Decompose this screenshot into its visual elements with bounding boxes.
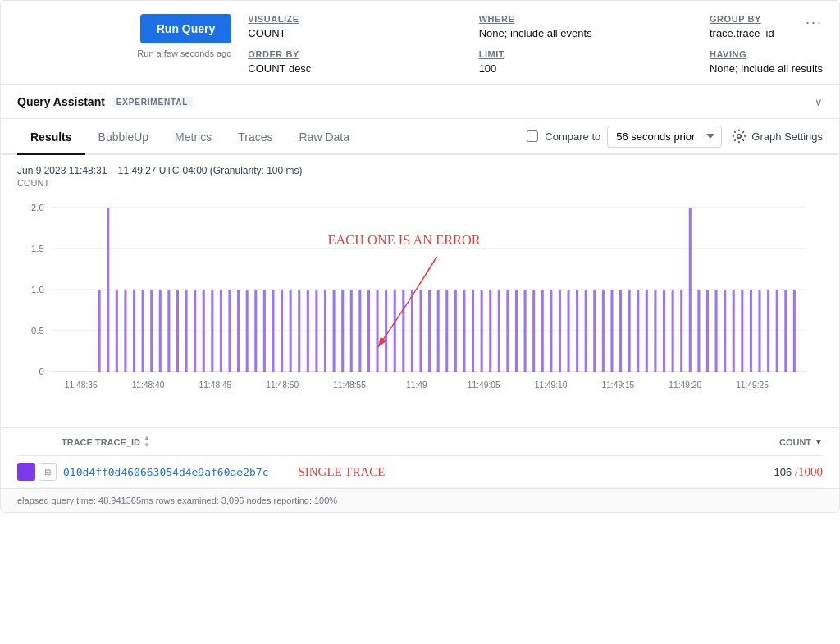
row-color-swatch[interactable] — [17, 463, 35, 481]
svg-rect-66 — [567, 290, 569, 372]
query-assistant-bar[interactable]: Query Assistant EXPERIMENTAL ∨ — [1, 85, 839, 119]
svg-rect-12 — [98, 290, 101, 372]
tab-bubbleup[interactable]: BubbleUp — [85, 119, 162, 155]
svg-rect-58 — [498, 290, 500, 372]
svg-rect-47 — [402, 290, 404, 372]
table-header: trace.trace_id ▲ ▼ COUNT ▼ — [17, 428, 823, 456]
svg-text:0.5: 0.5 — [31, 326, 44, 336]
svg-rect-21 — [176, 290, 179, 372]
svg-rect-34 — [290, 290, 292, 372]
three-dot-menu[interactable]: ··· — [806, 14, 823, 31]
svg-rect-28 — [237, 290, 240, 372]
svg-rect-65 — [559, 290, 561, 372]
visualize-value: COUNT — [248, 27, 462, 39]
svg-rect-80 — [689, 208, 692, 372]
svg-rect-45 — [385, 290, 387, 372]
count-number: 106 — [774, 466, 792, 478]
svg-text:0: 0 — [39, 367, 43, 377]
tab-results[interactable]: Results — [17, 119, 85, 155]
svg-text:11:48:50: 11:48:50 — [266, 381, 299, 390]
svg-rect-52 — [445, 290, 448, 372]
visualize-label: VISUALIZE — [248, 14, 462, 24]
svg-text:11:49:15: 11:49:15 — [602, 381, 635, 390]
svg-rect-69 — [593, 290, 596, 372]
compare-select[interactable]: 56 seconds prior 1 minute prior 5 minute… — [607, 126, 722, 148]
svg-rect-25 — [211, 290, 213, 372]
svg-point-0 — [737, 135, 742, 139]
svg-rect-14 — [116, 290, 118, 372]
row-details-button[interactable]: ⊞ — [39, 463, 57, 481]
svg-text:11:48:40: 11:48:40 — [132, 381, 165, 390]
svg-rect-17 — [142, 290, 144, 372]
svg-rect-33 — [281, 290, 283, 372]
chart-date-range: Jun 9 2023 11:48:31 – 11:49:27 UTC-04:00… — [17, 165, 823, 176]
svg-rect-71 — [610, 290, 613, 372]
svg-rect-48 — [411, 290, 413, 372]
limit-value: 100 — [479, 62, 693, 75]
svg-rect-18 — [150, 290, 153, 372]
svg-rect-70 — [602, 290, 605, 372]
chart-y-axis-label: COUNT — [17, 178, 823, 188]
svg-rect-78 — [672, 290, 674, 372]
svg-text:11:48:45: 11:48:45 — [199, 381, 232, 390]
svg-text:11:49: 11:49 — [406, 381, 427, 390]
svg-rect-16 — [133, 290, 135, 372]
chart-area: Jun 9 2023 11:48:31 – 11:49:27 UTC-04:00… — [1, 155, 839, 427]
svg-rect-84 — [724, 290, 726, 372]
table-row: ⊞ 010d4ff0d460663054d4e9af60ae2b7c SINGL… — [17, 456, 823, 488]
svg-rect-24 — [203, 290, 205, 372]
svg-rect-62 — [532, 290, 535, 372]
tab-traces[interactable]: Traces — [225, 119, 285, 155]
svg-rect-27 — [228, 290, 231, 372]
svg-rect-85 — [733, 290, 735, 372]
svg-rect-68 — [585, 290, 587, 372]
svg-rect-37 — [315, 290, 317, 372]
results-table: trace.trace_id ▲ ▼ COUNT ▼ ⊞ 010d4ff0d46… — [1, 427, 839, 488]
svg-rect-26 — [220, 290, 222, 372]
col-header-count[interactable]: COUNT ▼ — [757, 437, 823, 447]
svg-rect-82 — [706, 290, 709, 372]
svg-rect-54 — [463, 290, 465, 372]
svg-rect-31 — [263, 290, 266, 372]
gear-icon — [732, 129, 746, 144]
svg-rect-53 — [454, 290, 457, 372]
row-count-value: 106 /1000 — [757, 465, 823, 479]
svg-rect-91 — [784, 290, 787, 372]
svg-rect-79 — [680, 290, 682, 372]
svg-rect-42 — [358, 290, 361, 372]
svg-rect-77 — [663, 290, 665, 372]
svg-rect-57 — [489, 290, 491, 372]
count-annotation: /1000 — [795, 465, 823, 478]
col-header-count-label: COUNT — [779, 437, 811, 447]
svg-rect-23 — [194, 290, 196, 372]
svg-rect-44 — [377, 290, 379, 372]
tab-metrics[interactable]: Metrics — [162, 119, 225, 155]
svg-rect-49 — [419, 290, 422, 372]
compare-checkbox[interactable] — [527, 130, 538, 142]
query-assistant-label: Query Assistant — [17, 95, 105, 108]
trace-id-link[interactable]: 010d4ff0d460663054d4e9af60ae2b7c — [63, 466, 268, 478]
where-value: None; include all events — [479, 27, 693, 39]
having-value: None; include all results — [710, 62, 823, 75]
svg-rect-40 — [341, 290, 344, 372]
graph-settings-button[interactable]: Graph Settings — [732, 129, 823, 144]
svg-rect-41 — [350, 290, 353, 372]
run-query-button[interactable]: Run Query — [140, 14, 232, 43]
svg-rect-55 — [472, 290, 474, 372]
run-query-area: Run Query Run a few seconds ago — [17, 14, 231, 75]
svg-text:2.0: 2.0 — [31, 203, 44, 212]
status-bar: elapsed query time: 48.941365ms rows exa… — [1, 488, 839, 512]
svg-rect-20 — [167, 290, 170, 372]
visualize-field: VISUALIZE COUNT — [248, 14, 462, 39]
svg-rect-50 — [428, 290, 431, 372]
query-config-bar: VISUALIZE COUNT WHERE None; include all … — [1, 1, 839, 85]
tab-rawdata[interactable]: Raw Data — [285, 119, 362, 155]
where-label: WHERE — [479, 14, 693, 24]
chevron-down-icon: ∨ — [815, 96, 823, 108]
row-annotation: SINGLE TRACE — [298, 465, 385, 479]
chart-svg: 2.0 1.5 1.0 0.5 0 EACH — [17, 191, 823, 421]
svg-rect-13 — [107, 208, 109, 372]
svg-rect-73 — [628, 290, 631, 372]
graph-settings-label: Graph Settings — [751, 130, 823, 143]
col-header-trace-id[interactable]: trace.trace_id ▲ ▼ — [62, 435, 751, 449]
